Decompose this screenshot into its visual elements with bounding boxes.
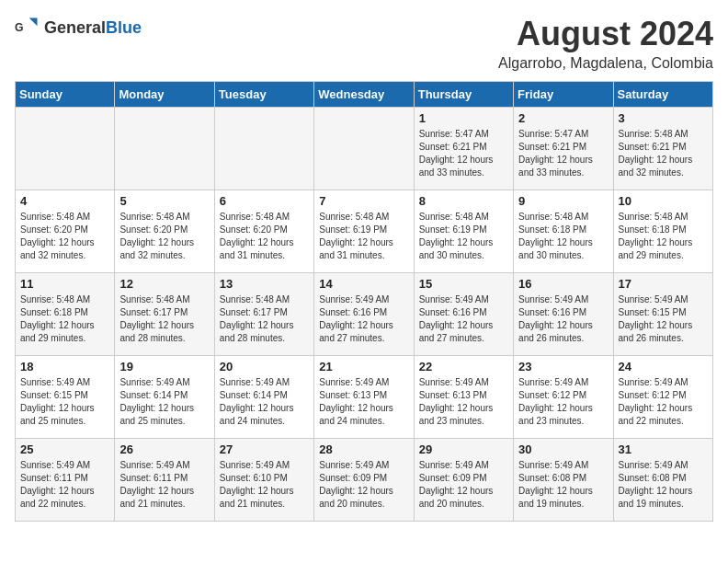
day-content: Sunrise: 5:48 AM Sunset: 6:17 PM Dayligh… [220, 293, 309, 345]
day-number: 3 [619, 111, 708, 125]
day-number: 22 [419, 360, 508, 373]
day-number: 7 [319, 194, 408, 208]
logo-icon: G [15, 15, 40, 40]
day-content: Sunrise: 5:48 AM Sunset: 6:19 PM Dayligh… [419, 211, 508, 262]
calendar-cell: 29Sunrise: 5:49 AM Sunset: 6:09 PM Dayli… [414, 439, 513, 522]
day-number: 30 [518, 442, 608, 456]
day-number: 27 [220, 442, 309, 456]
day-number: 9 [518, 194, 608, 208]
calendar-cell [16, 108, 115, 190]
day-number: 28 [319, 442, 408, 456]
calendar-table: SundayMondayTuesdayWednesdayThursdayFrid… [15, 81, 713, 522]
day-content: Sunrise: 5:49 AM Sunset: 6:10 PM Dayligh… [220, 459, 309, 511]
day-content: Sunrise: 5:48 AM Sunset: 6:17 PM Dayligh… [119, 293, 209, 345]
calendar-cell: 24Sunrise: 5:49 AM Sunset: 6:12 PM Dayli… [613, 356, 712, 439]
calendar-cell: 7Sunrise: 5:48 AM Sunset: 6:19 PM Daylig… [314, 190, 414, 273]
day-content: Sunrise: 5:47 AM Sunset: 6:21 PM Dayligh… [518, 128, 608, 179]
day-content: Sunrise: 5:48 AM Sunset: 6:21 PM Dayligh… [619, 128, 708, 179]
day-number: 2 [518, 111, 608, 125]
logo-blue-text: Blue [106, 18, 142, 37]
calendar-cell: 10Sunrise: 5:48 AM Sunset: 6:18 PM Dayli… [613, 190, 712, 273]
day-content: Sunrise: 5:49 AM Sunset: 6:11 PM Dayligh… [20, 459, 109, 511]
day-content: Sunrise: 5:49 AM Sunset: 6:13 PM Dayligh… [319, 376, 408, 428]
calendar-cell: 9Sunrise: 5:48 AM Sunset: 6:18 PM Daylig… [514, 190, 613, 273]
calendar-cell: 23Sunrise: 5:49 AM Sunset: 6:12 PM Dayli… [514, 356, 613, 439]
calendar-cell: 31Sunrise: 5:49 AM Sunset: 6:08 PM Dayli… [613, 439, 712, 522]
calendar-cell: 21Sunrise: 5:49 AM Sunset: 6:13 PM Dayli… [314, 356, 414, 439]
day-content: Sunrise: 5:48 AM Sunset: 6:19 PM Dayligh… [319, 211, 408, 262]
calendar-cell: 8Sunrise: 5:48 AM Sunset: 6:19 PM Daylig… [414, 190, 513, 273]
day-content: Sunrise: 5:48 AM Sunset: 6:20 PM Dayligh… [119, 211, 209, 262]
calendar-cell: 30Sunrise: 5:49 AM Sunset: 6:08 PM Dayli… [514, 439, 613, 522]
day-content: Sunrise: 5:49 AM Sunset: 6:09 PM Dayligh… [319, 459, 408, 511]
calendar-cell: 2Sunrise: 5:47 AM Sunset: 6:21 PM Daylig… [514, 108, 613, 190]
day-content: Sunrise: 5:48 AM Sunset: 6:18 PM Dayligh… [20, 293, 109, 345]
day-content: Sunrise: 5:49 AM Sunset: 6:16 PM Dayligh… [319, 293, 408, 345]
day-number: 19 [119, 360, 209, 373]
day-number: 25 [20, 442, 109, 456]
calendar-cell: 17Sunrise: 5:49 AM Sunset: 6:15 PM Dayli… [613, 273, 712, 356]
day-number: 17 [619, 277, 708, 291]
calendar-cell: 5Sunrise: 5:48 AM Sunset: 6:20 PM Daylig… [115, 190, 214, 273]
calendar-cell: 1Sunrise: 5:47 AM Sunset: 6:21 PM Daylig… [414, 108, 513, 190]
calendar-cell: 20Sunrise: 5:49 AM Sunset: 6:14 PM Dayli… [214, 356, 313, 439]
day-number: 12 [119, 277, 209, 291]
svg-marker-1 [29, 18, 38, 27]
day-number: 29 [419, 442, 508, 456]
day-content: Sunrise: 5:49 AM Sunset: 6:15 PM Dayligh… [20, 376, 109, 428]
weekday-header-wednesday: Wednesday [314, 82, 414, 108]
day-number: 24 [619, 360, 708, 373]
svg-text:G: G [15, 21, 24, 34]
calendar-cell: 11Sunrise: 5:48 AM Sunset: 6:18 PM Dayli… [16, 273, 115, 356]
calendar-cell: 3Sunrise: 5:48 AM Sunset: 6:21 PM Daylig… [613, 108, 712, 190]
day-number: 31 [619, 442, 708, 456]
day-content: Sunrise: 5:48 AM Sunset: 6:20 PM Dayligh… [220, 211, 309, 262]
weekday-header-friday: Friday [514, 82, 613, 108]
day-number: 13 [220, 277, 309, 291]
day-content: Sunrise: 5:49 AM Sunset: 6:08 PM Dayligh… [619, 459, 708, 511]
day-number: 5 [119, 194, 209, 208]
page-header: G GeneralBlue August 2024 Algarrobo, Mag… [15, 15, 713, 72]
day-number: 1 [419, 111, 508, 125]
calendar-week-row: 1Sunrise: 5:47 AM Sunset: 6:21 PM Daylig… [16, 108, 713, 190]
day-content: Sunrise: 5:49 AM Sunset: 6:11 PM Dayligh… [119, 459, 209, 511]
day-number: 26 [119, 442, 209, 456]
calendar-week-row: 25Sunrise: 5:49 AM Sunset: 6:11 PM Dayli… [16, 439, 713, 522]
calendar-week-row: 11Sunrise: 5:48 AM Sunset: 6:18 PM Dayli… [16, 273, 713, 356]
day-content: Sunrise: 5:48 AM Sunset: 6:20 PM Dayligh… [20, 211, 109, 262]
logo-general-text: General [44, 18, 106, 37]
calendar-cell: 28Sunrise: 5:49 AM Sunset: 6:09 PM Dayli… [314, 439, 414, 522]
calendar-week-row: 4Sunrise: 5:48 AM Sunset: 6:20 PM Daylig… [16, 190, 713, 273]
day-number: 14 [319, 277, 408, 291]
weekday-header-tuesday: Tuesday [214, 82, 313, 108]
calendar-cell: 13Sunrise: 5:48 AM Sunset: 6:17 PM Dayli… [214, 273, 313, 356]
day-number: 20 [220, 360, 309, 373]
calendar-cell: 26Sunrise: 5:49 AM Sunset: 6:11 PM Dayli… [115, 439, 214, 522]
logo: G GeneralBlue [15, 15, 142, 40]
day-number: 10 [619, 194, 708, 208]
day-content: Sunrise: 5:49 AM Sunset: 6:14 PM Dayligh… [119, 376, 209, 428]
day-content: Sunrise: 5:49 AM Sunset: 6:13 PM Dayligh… [419, 376, 508, 428]
calendar-cell: 18Sunrise: 5:49 AM Sunset: 6:15 PM Dayli… [16, 356, 115, 439]
day-number: 4 [20, 194, 109, 208]
day-number: 15 [419, 277, 508, 291]
day-number: 16 [518, 277, 608, 291]
day-content: Sunrise: 5:49 AM Sunset: 6:16 PM Dayligh… [419, 293, 508, 345]
day-number: 21 [319, 360, 408, 373]
calendar-cell: 16Sunrise: 5:49 AM Sunset: 6:16 PM Dayli… [514, 273, 613, 356]
month-year-title: August 2024 [498, 15, 713, 53]
calendar-cell: 4Sunrise: 5:48 AM Sunset: 6:20 PM Daylig… [16, 190, 115, 273]
day-content: Sunrise: 5:49 AM Sunset: 6:12 PM Dayligh… [619, 376, 708, 428]
day-content: Sunrise: 5:47 AM Sunset: 6:21 PM Dayligh… [419, 128, 508, 179]
day-content: Sunrise: 5:49 AM Sunset: 6:09 PM Dayligh… [419, 459, 508, 511]
weekday-header-thursday: Thursday [414, 82, 513, 108]
weekday-header-sunday: Sunday [16, 82, 115, 108]
day-number: 11 [20, 277, 109, 291]
day-number: 8 [419, 194, 508, 208]
calendar-cell [115, 108, 214, 190]
calendar-week-row: 18Sunrise: 5:49 AM Sunset: 6:15 PM Dayli… [16, 356, 713, 439]
weekday-header-monday: Monday [115, 82, 214, 108]
calendar-cell: 14Sunrise: 5:49 AM Sunset: 6:16 PM Dayli… [314, 273, 414, 356]
day-content: Sunrise: 5:49 AM Sunset: 6:14 PM Dayligh… [220, 376, 309, 428]
calendar-cell: 19Sunrise: 5:49 AM Sunset: 6:14 PM Dayli… [115, 356, 214, 439]
